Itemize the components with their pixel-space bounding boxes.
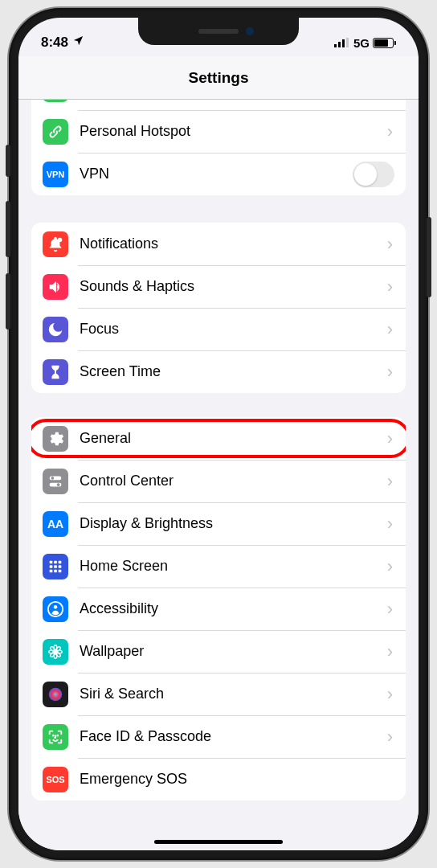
row-homescreen[interactable]: Home Screen› [31, 545, 406, 588]
sos-icon: SOS [43, 767, 68, 792]
aa-icon: AA [43, 511, 68, 537]
row-label: Wallpaper [80, 643, 387, 660]
chevron-right-icon: › [387, 599, 394, 620]
row-label: VPN [80, 166, 353, 182]
battery-icon [373, 38, 396, 48]
chevron-right-icon: › [387, 234, 394, 255]
nav-header: Settings [18, 56, 419, 100]
gear-icon [43, 426, 68, 452]
settings-group-general: General›Control Center›AADisplay & Brigh… [31, 417, 406, 800]
page-title: Settings [189, 69, 249, 87]
row-screentime[interactable]: Screen Time› [31, 350, 406, 393]
row-wallpaper[interactable]: Wallpaper› [31, 630, 406, 673]
location-icon [72, 35, 84, 51]
row-label: Screen Time [80, 363, 387, 380]
chevron-right-icon: › [387, 428, 394, 449]
svg-point-29 [49, 687, 63, 701]
chevron-right-icon: › [387, 641, 394, 662]
bell-icon [43, 231, 68, 257]
row-label: General [80, 430, 387, 447]
speaker-icon [43, 274, 68, 300]
row-focus[interactable]: Focus› [31, 308, 406, 350]
signal-icon [334, 36, 350, 50]
row-label: Notifications [80, 235, 387, 252]
row-sos[interactable]: SOSEmergency SOS [31, 758, 406, 800]
antenna-icon [43, 100, 68, 102]
row-accessibility[interactable]: Accessibility› [31, 588, 406, 630]
svg-rect-9 [50, 560, 53, 563]
row-label: Personal Hotspot [80, 123, 387, 140]
row-controlcenter[interactable]: Control Center› [31, 460, 406, 502]
siri-icon [43, 682, 68, 707]
chevron-right-icon: › [387, 362, 394, 383]
chevron-right-icon: › [387, 727, 394, 747]
svg-rect-10 [54, 560, 57, 563]
settings-group-notifications: Notifications›Sounds & Haptics›Focus›Scr… [31, 223, 406, 393]
status-time: 8:48 [41, 35, 68, 51]
switches-icon [43, 469, 68, 494]
svg-rect-12 [50, 565, 53, 568]
row-sounds[interactable]: Sounds & Haptics› [31, 265, 406, 308]
svg-point-4 [58, 237, 63, 242]
person-icon [43, 596, 68, 622]
device-frame: 8:48 5G [9, 8, 428, 860]
svg-rect-0 [334, 44, 337, 47]
network-label: 5G [353, 36, 370, 50]
settings-list[interactable]: Cellular›Personal Hotspot›VPNVPNNotifica… [18, 100, 419, 850]
row-label: Focus [80, 321, 387, 338]
link-icon [43, 119, 68, 145]
moon-icon [43, 317, 68, 342]
volume-down-button[interactable] [6, 273, 10, 330]
flower-icon [43, 639, 68, 665]
svg-rect-17 [59, 569, 62, 572]
grid-icon [43, 554, 68, 579]
home-indicator[interactable] [154, 840, 283, 844]
row-display[interactable]: AADisplay & Brightness› [31, 502, 406, 545]
row-cellular[interactable]: Cellular› [31, 100, 406, 110]
svg-point-19 [54, 604, 58, 608]
svg-point-8 [57, 483, 60, 486]
chevron-right-icon: › [387, 121, 394, 142]
mute-switch[interactable] [6, 145, 10, 177]
chevron-right-icon: › [387, 276, 394, 297]
svg-point-31 [57, 735, 58, 735]
status-right: 5G [334, 36, 396, 50]
front-camera [246, 27, 254, 35]
notch [138, 18, 299, 45]
row-faceid[interactable]: Face ID & Passcode› [31, 715, 406, 758]
svg-rect-11 [59, 560, 62, 563]
chevron-right-icon: › [387, 319, 394, 340]
row-vpn[interactable]: VPNVPN [31, 153, 406, 195]
toggle-vpn[interactable] [353, 162, 394, 187]
faceid-icon [43, 724, 68, 750]
svg-point-6 [51, 477, 55, 480]
row-general[interactable]: General› [31, 417, 406, 460]
screen: 8:48 5G [18, 18, 419, 850]
settings-group-connectivity: Cellular›Personal Hotspot›VPNVPN [31, 100, 406, 195]
svg-rect-3 [346, 38, 349, 47]
chevron-right-icon: › [387, 514, 394, 534]
row-notifications[interactable]: Notifications› [31, 223, 406, 265]
svg-rect-15 [50, 569, 53, 572]
row-label: Face ID & Passcode [80, 728, 387, 745]
svg-rect-13 [54, 565, 57, 568]
row-label: Emergency SOS [80, 771, 394, 788]
svg-point-30 [53, 735, 54, 735]
hourglass-icon [43, 359, 68, 385]
row-label: Control Center [80, 473, 387, 489]
row-siri[interactable]: Siri & Search› [31, 673, 406, 715]
svg-rect-16 [54, 569, 57, 572]
row-label: Home Screen [80, 558, 387, 575]
status-left: 8:48 [41, 35, 84, 51]
row-label: Display & Brightness [80, 515, 387, 532]
svg-rect-14 [59, 565, 62, 568]
chevron-right-icon: › [387, 556, 394, 577]
power-button[interactable] [427, 217, 431, 297]
svg-rect-1 [338, 42, 341, 47]
row-label: Accessibility [80, 600, 387, 617]
vpn-icon: VPN [43, 162, 68, 187]
chevron-right-icon: › [387, 684, 394, 705]
row-hotspot[interactable]: Personal Hotspot› [31, 110, 406, 153]
chevron-right-icon: › [387, 471, 394, 492]
volume-up-button[interactable] [6, 201, 10, 257]
